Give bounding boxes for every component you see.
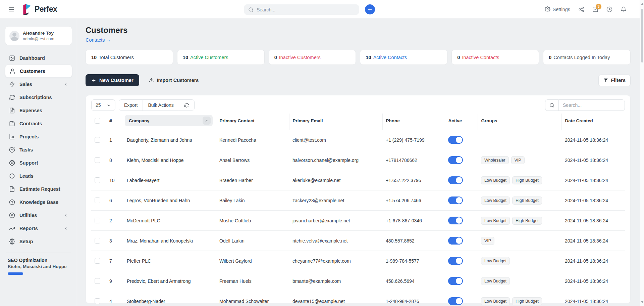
- row-checkbox[interactable]: [95, 298, 100, 304]
- sidebar-item-tasks[interactable]: Tasks: [5, 143, 72, 156]
- primary-email: cheyanne77@example.com: [289, 251, 382, 271]
- sidebar-item-reports[interactable]: Reports: [5, 222, 72, 235]
- global-search-input[interactable]: [257, 7, 355, 12]
- table-search-input[interactable]: [558, 99, 625, 111]
- active-toggle[interactable]: [448, 257, 463, 265]
- scrollbar-thumb[interactable]: [641, 9, 643, 62]
- card-value: 0: [549, 55, 551, 60]
- group-badge: Low Budget: [481, 297, 510, 305]
- phone: +1.574.206.7466: [382, 190, 445, 211]
- page-size-select[interactable]: 25: [91, 99, 115, 111]
- scrollbar-up-arrow[interactable]: [641, 3, 644, 5]
- row-checkbox[interactable]: [95, 278, 100, 284]
- date-created: 2024-11-05 18:36:24: [561, 150, 625, 170]
- timers-button[interactable]: [606, 6, 612, 12]
- select-all-checkbox[interactable]: [95, 118, 100, 124]
- settings-button[interactable]: Settings: [545, 6, 570, 12]
- table-row: 6 Legros, VonRueden and Hahn Bailey Laki…: [91, 190, 625, 211]
- avatar: [9, 31, 19, 41]
- table-row: 1 Daugherty, Ziemann and Johns Kennedi P…: [91, 130, 625, 150]
- column-header-num[interactable]: #: [106, 114, 123, 130]
- row-checkbox[interactable]: [95, 177, 100, 183]
- column-header-company[interactable]: Company: [125, 115, 213, 126]
- sidebar-item-sales[interactable]: Sales: [5, 78, 72, 91]
- user-card[interactable]: Alexandre Toy admin@test.com: [5, 26, 72, 45]
- sidebar-item-label: Contracts: [19, 121, 42, 126]
- sidebar-item-leads[interactable]: Leads: [5, 169, 72, 182]
- refresh-button[interactable]: [179, 100, 194, 111]
- sidebar-item-support[interactable]: Support: [5, 156, 72, 169]
- company-link[interactable]: McDermott PLC: [123, 211, 216, 231]
- global-search[interactable]: [244, 4, 359, 15]
- row-checkbox[interactable]: [95, 238, 100, 244]
- customers-table: # Company Primary Contact Primary Email: [91, 114, 625, 306]
- menu-toggle-icon[interactable]: [8, 6, 15, 13]
- sidebar-item-setup[interactable]: Setup: [5, 235, 72, 248]
- active-toggle[interactable]: [448, 156, 463, 164]
- filters-button[interactable]: Filters: [598, 75, 631, 86]
- brand-logo[interactable]: Perfex: [22, 4, 57, 15]
- tasks-button[interactable]: 3: [592, 6, 598, 12]
- column-header-groups[interactable]: Groups: [478, 114, 561, 130]
- user-name: Alexandre Toy: [23, 30, 54, 36]
- active-toggle[interactable]: [448, 297, 463, 305]
- scrollbar-down-arrow[interactable]: [641, 301, 644, 303]
- sidebar-item-customers[interactable]: Customers: [5, 64, 72, 78]
- column-header-primary-email[interactable]: Primary Email: [289, 114, 382, 130]
- share-button[interactable]: [578, 6, 584, 12]
- sidebar-item-contracts[interactable]: Contracts: [5, 117, 72, 130]
- row-checkbox[interactable]: [95, 198, 100, 203]
- column-header-phone[interactable]: Phone: [382, 114, 445, 130]
- sidebar-item-expenses[interactable]: Expenses: [5, 104, 72, 117]
- company-link[interactable]: Mraz, Monahan and Konopelski: [123, 231, 216, 251]
- company-link[interactable]: Predovic, Ebert and Armstrong: [123, 271, 216, 291]
- row-checkbox[interactable]: [95, 258, 100, 264]
- import-customers-button[interactable]: Import Customers: [145, 74, 202, 86]
- sidebar-item-dashboard[interactable]: Dashboard: [5, 51, 72, 64]
- group-badge: Wholesaler: [481, 156, 509, 164]
- row-checkbox[interactable]: [95, 157, 100, 163]
- sort-ascending-button[interactable]: [203, 117, 211, 125]
- active-toggle[interactable]: [448, 136, 463, 144]
- page-scrollbar[interactable]: [640, 0, 644, 306]
- company-link[interactable]: Daugherty, Ziemann and Johns: [123, 130, 216, 150]
- company-link[interactable]: Labadie-Mayert: [123, 170, 216, 190]
- sidebar-item-knowledge-base[interactable]: Knowledge Base: [5, 195, 72, 209]
- row-checkbox[interactable]: [95, 137, 100, 143]
- upload-icon: [149, 78, 154, 83]
- active-toggle[interactable]: [448, 217, 463, 224]
- row-number: 9: [106, 271, 123, 291]
- subscriptions-icon: [9, 94, 15, 100]
- sidebar-item-estimate-request[interactable]: Estimate Request: [5, 182, 72, 195]
- card-label: Active Customers: [190, 55, 228, 60]
- group-badge: Low Budget: [481, 277, 510, 285]
- contacts-link[interactable]: Contacts →: [86, 37, 111, 43]
- company-link[interactable]: Pfeffer PLC: [123, 251, 216, 271]
- sidebar-item-utilities[interactable]: Utilities: [5, 209, 72, 222]
- sidebar: Alexandre Toy admin@test.com Dashboard C…: [0, 19, 77, 306]
- column-header-date-created[interactable]: Date Created: [561, 114, 625, 130]
- company-link[interactable]: Stoltenberg-Nader: [123, 291, 216, 306]
- sidebar-item-label: Reports: [19, 226, 38, 231]
- notifications-button[interactable]: [621, 6, 627, 12]
- active-toggle[interactable]: [448, 176, 463, 184]
- column-header-primary-contact[interactable]: Primary Contact: [216, 114, 289, 130]
- sidebar-item-subscriptions[interactable]: Subscriptions: [5, 91, 72, 104]
- sidebar-item-projects[interactable]: Projects: [5, 130, 72, 143]
- new-customer-button[interactable]: New Customer: [86, 74, 139, 86]
- company-link[interactable]: Legros, VonRueden and Hahn: [123, 190, 216, 211]
- bulk-actions-button[interactable]: Bulk Actions: [143, 100, 179, 111]
- company-link[interactable]: Kiehn, Mosciski and Hoppe: [123, 150, 216, 170]
- column-header-active[interactable]: Active: [445, 114, 478, 130]
- export-button[interactable]: Export: [119, 100, 143, 111]
- active-toggle[interactable]: [448, 196, 463, 204]
- utilities-icon: [9, 212, 15, 218]
- row-checkbox[interactable]: [95, 218, 100, 223]
- clock-icon: [606, 6, 612, 12]
- row-number: 10: [106, 170, 123, 190]
- active-toggle[interactable]: [448, 237, 463, 245]
- sidebar-project-widget[interactable]: SEO Optimization Kiehn, Mosciski and Hop…: [5, 253, 72, 275]
- active-toggle[interactable]: [448, 277, 463, 285]
- quick-create-button[interactable]: [365, 4, 375, 14]
- date-created: 2024-11-05 18:36:24: [561, 231, 625, 251]
